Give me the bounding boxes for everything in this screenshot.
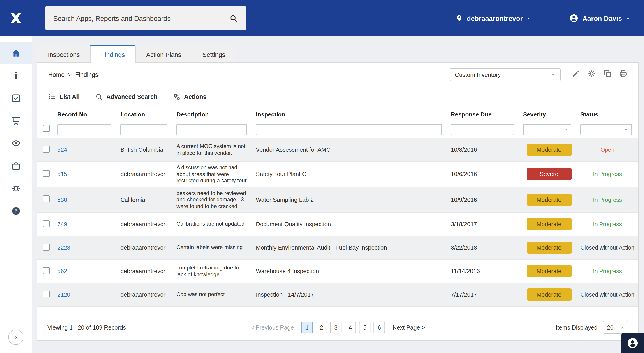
sidebar-item-help[interactable]: ? — [0, 200, 32, 222]
row-checkbox[interactable] — [43, 220, 50, 227]
cell-response-due: 11/14/2016 — [451, 265, 523, 277]
tab-action-plans[interactable]: Action Plans — [136, 46, 192, 63]
record-link[interactable]: 562 — [57, 268, 67, 274]
cell-response-due: 10/6/2016 — [451, 168, 523, 180]
row-checkbox[interactable] — [43, 170, 50, 177]
svg-text:?: ? — [14, 208, 17, 214]
filter-record-no[interactable] — [57, 124, 112, 135]
items-displayed-value: 20 — [607, 324, 614, 331]
sidebar-expand-button[interactable] — [8, 330, 24, 345]
main-content: InspectionsFindingsAction PlansSettings … — [37, 36, 638, 353]
row-checkbox[interactable] — [43, 290, 50, 297]
toolbar-advanced-search[interactable]: Advanced Search — [95, 93, 158, 100]
page-button-2[interactable]: 2 — [316, 322, 327, 333]
status-text: Closed without Action — [580, 292, 634, 298]
filter-response-due[interactable] — [451, 124, 514, 135]
severity-badge: Moderate — [526, 288, 572, 301]
search-icon[interactable] — [229, 14, 238, 22]
record-link[interactable]: 515 — [57, 171, 67, 178]
sidebar-item-home[interactable] — [0, 42, 32, 64]
cell-response-due: 3/18/2017 — [451, 218, 523, 230]
global-search-input[interactable] — [53, 14, 225, 22]
user-name-label: Aaron Davis — [582, 14, 622, 22]
severity-badge: Severe — [526, 168, 572, 180]
cell-location: debraaarontrevor — [120, 242, 176, 254]
record-link[interactable]: 530 — [57, 196, 67, 203]
filter-severity[interactable] — [523, 124, 571, 135]
header-right: debraaarontrevor Aaron Davis — [455, 13, 644, 23]
breadcrumb-home[interactable]: Home — [48, 71, 64, 78]
tab-inspections[interactable]: Inspections — [37, 46, 90, 63]
view-selector-dropdown[interactable]: Custom Inventory — [450, 68, 560, 81]
filter-description[interactable] — [176, 124, 247, 135]
pagination: < Previous Page 123456 Next Page > — [250, 322, 425, 333]
next-page-button[interactable]: Next Page > — [393, 324, 425, 331]
page-button-4[interactable]: 4 — [345, 322, 356, 333]
eye-icon — [11, 138, 20, 148]
sidebar-item-my-actions[interactable] — [0, 87, 32, 109]
tab-findings[interactable]: Findings — [90, 45, 136, 63]
sidebar-item-my-tasks[interactable] — [0, 64, 32, 87]
content-panel: Home > Findings Custom Inventory List Al… — [37, 62, 638, 341]
page-button-1[interactable]: 1 — [302, 322, 313, 333]
items-displayed-label: Items Displayed — [556, 324, 598, 331]
record-link[interactable]: 2120 — [57, 291, 70, 298]
feedback-person-icon — [626, 337, 639, 350]
sidebar-nav: ? — [0, 42, 32, 222]
filter-inspection[interactable] — [256, 124, 442, 135]
previous-page-button[interactable]: < Previous Page — [250, 324, 294, 331]
severity-badge: Moderate — [526, 218, 572, 230]
pencil-button[interactable] — [572, 70, 580, 80]
breadcrumb-row: Home > Findings Custom Inventory — [38, 63, 638, 86]
view-controls: Custom Inventory — [450, 68, 627, 81]
sidebar-divider — [0, 322, 32, 322]
cell-inspection: Monthly Environmental Audit - Fuel Bay I… — [256, 242, 451, 254]
row-checkbox[interactable] — [43, 244, 50, 250]
caret-down-icon — [626, 16, 630, 20]
location-selector[interactable]: debraaarontrevor — [455, 14, 531, 22]
help-icon: ? — [11, 206, 20, 216]
cell-description: complete retraining due to lack of knowl… — [176, 262, 256, 280]
select-all-checkbox[interactable] — [43, 125, 50, 132]
tab-settings[interactable]: Settings — [192, 46, 236, 63]
chevron-down-icon — [619, 325, 624, 330]
presentation-icon — [11, 116, 20, 125]
items-displayed-dropdown[interactable]: 20 — [603, 321, 628, 334]
cell-location: debraaarontrevor — [120, 218, 176, 230]
record-link[interactable]: 2223 — [57, 244, 70, 251]
sidebar-item-dashboards[interactable] — [0, 109, 32, 132]
help-feedback-button[interactable] — [622, 333, 644, 353]
sidebar-item-watchlist[interactable] — [0, 132, 32, 154]
row-checkbox[interactable] — [43, 146, 50, 152]
severity-badge: Moderate — [526, 242, 572, 254]
copy-button[interactable] — [604, 70, 612, 80]
printer-button[interactable] — [619, 70, 627, 80]
record-link[interactable]: 749 — [57, 221, 67, 228]
filter-location[interactable] — [120, 124, 168, 135]
row-checkbox[interactable] — [43, 196, 50, 202]
page-button-3[interactable]: 3 — [330, 322, 342, 333]
record-link[interactable]: 524 — [57, 146, 67, 153]
page-button-6[interactable]: 6 — [374, 322, 385, 333]
tie-icon — [11, 71, 20, 80]
cell-description: Calibrations are not updated — [176, 218, 256, 230]
toolbar-actions[interactable]: Actions — [173, 93, 206, 100]
table-body: 524British ColumbiaA current MOC system … — [38, 138, 638, 314]
filter-status[interactable] — [580, 124, 632, 135]
sidebar-item-settings[interactable] — [0, 177, 32, 200]
table-row-749: 749debraaarontrevorCalibrations are not … — [38, 212, 638, 236]
status-text: In Progress — [593, 171, 622, 178]
row-checkbox[interactable] — [43, 267, 50, 274]
chevron-down-icon — [563, 127, 568, 132]
gear-button[interactable] — [588, 70, 596, 80]
toolbar-list-all[interactable]: List All — [48, 93, 80, 100]
page-button-5[interactable]: 5 — [359, 322, 370, 333]
app-root: debraaarontrevor Aaron Davis ? Inspectio… — [0, 0, 644, 353]
cell-description: A current MOC system is not in place for… — [176, 140, 256, 159]
cell-inspection: Inspection - 14/7/2017 — [256, 288, 451, 301]
app-logo[interactable] — [0, 10, 32, 26]
user-menu[interactable]: Aaron Davis — [569, 13, 630, 23]
gear-icon — [588, 70, 596, 78]
sidebar-item-toolbox[interactable] — [0, 154, 32, 177]
column-header-status: Status — [580, 108, 638, 120]
